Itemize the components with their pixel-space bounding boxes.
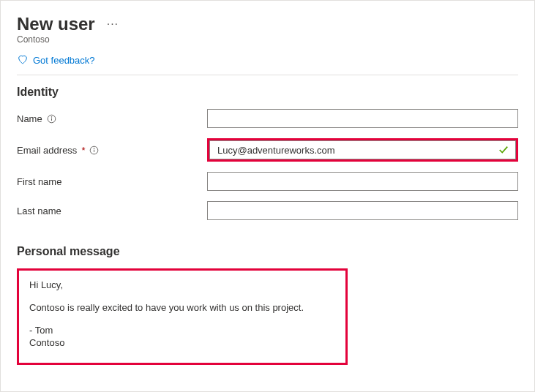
email-label-wrap: Email address * <box>17 145 207 156</box>
page-header: New user ··· Contoso <box>17 14 518 45</box>
name-row: Name <box>17 109 518 128</box>
header-divider <box>17 75 518 75</box>
page-subtitle: Contoso <box>17 34 518 45</box>
check-icon <box>498 145 509 155</box>
first-name-row: First name <box>17 172 518 191</box>
last-name-label-wrap: Last name <box>17 206 207 216</box>
email-label: Email address <box>17 145 77 156</box>
last-name-label: Last name <box>17 206 61 216</box>
first-name-label-wrap: First name <box>17 176 207 187</box>
email-row: Email address * <box>17 138 518 162</box>
email-input-wrap <box>207 138 518 162</box>
first-name-input-wrap <box>207 172 518 191</box>
name-input-wrap <box>207 109 518 128</box>
personal-message-heading: Personal message <box>17 245 518 258</box>
page-title: New user <box>17 14 95 34</box>
name-input[interactable] <box>207 109 518 128</box>
message-line: Hi Lucy, <box>29 279 335 292</box>
personal-message-section: Personal message Hi Lucy, Contoso is rea… <box>17 245 518 365</box>
last-name-input[interactable] <box>207 201 518 220</box>
feedback-label: Got feedback? <box>33 55 95 66</box>
last-name-input-wrap <box>207 201 518 220</box>
svg-point-5 <box>94 148 95 148</box>
message-line: Contoso is really excited to have you wo… <box>29 302 335 314</box>
message-line: - Tom <box>29 325 335 337</box>
first-name-input[interactable] <box>207 172 518 191</box>
info-icon[interactable] <box>47 114 56 124</box>
identity-heading: Identity <box>17 86 518 99</box>
required-indicator: * <box>81 145 85 156</box>
info-icon[interactable] <box>89 146 99 155</box>
name-label: Name <box>17 113 42 124</box>
feedback-link[interactable]: Got feedback? <box>17 53 518 67</box>
message-line: Contoso <box>29 337 335 350</box>
personal-message-box[interactable]: Hi Lucy, Contoso is really excited to ha… <box>17 268 348 365</box>
svg-point-2 <box>51 116 52 117</box>
email-input[interactable] <box>209 140 516 159</box>
last-name-row: Last name <box>17 201 518 220</box>
more-actions-icon[interactable]: ··· <box>104 16 121 32</box>
heart-icon <box>17 53 29 67</box>
first-name-label: First name <box>17 176 61 187</box>
name-label-wrap: Name <box>17 113 207 124</box>
